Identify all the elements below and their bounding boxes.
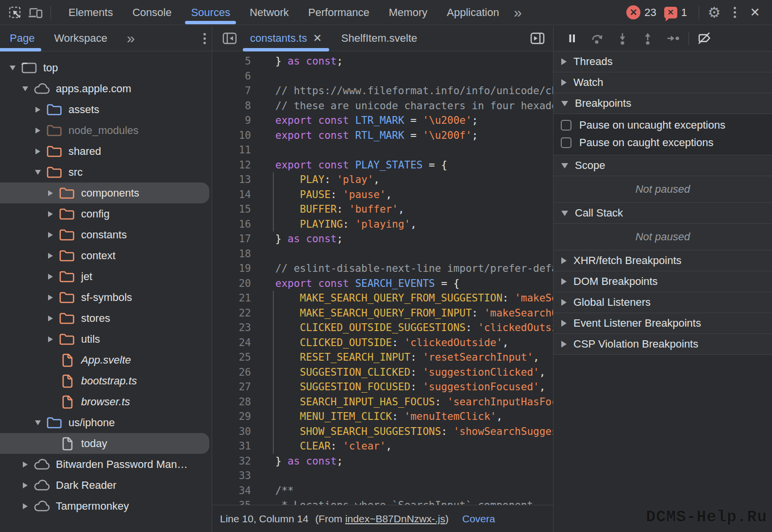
coverage-link[interactable]: Covera (462, 513, 495, 525)
navigator-tab-workspace[interactable]: Workspace (54, 26, 107, 51)
tree-item-utils[interactable]: utils (0, 329, 212, 349)
line-number[interactable]: 26 (212, 365, 251, 380)
line-number[interactable]: 9 (212, 113, 251, 128)
line-number[interactable]: 10 (212, 128, 251, 143)
section-watch[interactable]: Watch (554, 72, 772, 93)
line-number[interactable]: 12 (212, 158, 251, 173)
tree-item-us-iphone[interactable]: us/iphone (0, 412, 212, 433)
line-number[interactable]: 8 (212, 99, 251, 114)
section-event-listener-breakpoints[interactable]: Event Listener Breakpoints (554, 313, 772, 334)
line-number[interactable]: 25 (212, 350, 251, 365)
line-number[interactable]: 21 (212, 291, 251, 306)
line-number[interactable]: 7 (212, 83, 251, 99)
close-tab-icon[interactable]: ✕ (313, 32, 321, 45)
file-tab-shelfitem-svelte[interactable]: ShelfItem.svelte (332, 26, 427, 51)
line-number[interactable]: 29 (212, 409, 251, 424)
step-over-button[interactable] (585, 26, 610, 51)
line-number[interactable]: 27 (212, 380, 251, 395)
line-number[interactable]: 6 (212, 69, 251, 84)
console-errors-badge[interactable]: ✕ 23 ✕ 1 (626, 5, 691, 19)
tree-item-tampermonkey[interactable]: Tampermonkey (0, 496, 212, 516)
section-call-stack[interactable]: Call Stack (554, 203, 772, 224)
section-breakpoints[interactable]: Breakpoints (554, 93, 772, 114)
pause-script-button[interactable] (559, 26, 585, 51)
tree-item-apps-apple-com[interactable]: apps.apple.com (0, 78, 212, 99)
tree-item-node-modules[interactable]: node_modules (0, 120, 212, 141)
line-number[interactable]: 23 (212, 320, 251, 335)
tree-item-components[interactable]: components (0, 183, 209, 203)
more-navigator-tabs-button[interactable]: » (127, 26, 135, 51)
option-pause-on-uncaught-exceptions[interactable]: Pause on uncaught exceptions (554, 116, 772, 134)
close-devtools-button[interactable]: ✕ (745, 0, 765, 25)
line-number[interactable]: 19 (212, 261, 251, 276)
tree-item-bootstrap-ts[interactable]: bootstrap.ts (0, 370, 212, 391)
line-number[interactable]: 5 (212, 54, 251, 69)
panel-tab-application[interactable]: Application (437, 0, 509, 25)
tree-item-shared[interactable]: shared (0, 141, 212, 162)
hide-navigator-button[interactable] (219, 26, 240, 51)
section-csp-violation-breakpoints[interactable]: CSP Violation Breakpoints (554, 334, 772, 355)
section-scope[interactable]: Scope (554, 155, 772, 176)
folder-icon (46, 145, 63, 158)
panel-tab-sources[interactable]: Sources (181, 0, 240, 25)
device-toolbar-button[interactable] (25, 0, 46, 25)
source-file-link[interactable]: index~B87DnNzwx-.js (345, 513, 445, 524)
tree-item-assets[interactable]: assets (0, 99, 212, 120)
tree-item-browser-ts[interactable]: browser.ts (0, 391, 212, 412)
panel-tab-elements[interactable]: Elements (59, 0, 123, 25)
tree-item-context[interactable]: context (0, 245, 212, 266)
line-number[interactable]: 30 (212, 424, 251, 439)
tree-item-bitwarden-password-man[interactable]: Bitwarden Password Man… (0, 454, 212, 475)
tree-item-constants[interactable]: constants (0, 224, 212, 245)
section-global-listeners[interactable]: Global Listeners (554, 292, 772, 313)
line-number[interactable]: 28 (212, 395, 251, 410)
tree-item-dark-reader[interactable]: Dark Reader (0, 475, 212, 496)
panel-tab-memory[interactable]: Memory (379, 0, 437, 25)
code-editor[interactable]: 5} as const;67// https://www.fileformat.… (212, 51, 553, 505)
tree-item-src[interactable]: src (0, 162, 212, 183)
panel-tab-console[interactable]: Console (123, 0, 182, 25)
line-number[interactable]: 22 (212, 306, 251, 321)
line-number[interactable]: 35 (212, 498, 251, 505)
step-out-button[interactable] (635, 26, 660, 51)
navigator-menu-button[interactable] (203, 33, 206, 44)
line-number[interactable]: 14 (212, 187, 251, 202)
option-pause-on-caught-exceptions[interactable]: Pause on caught exceptions (554, 134, 772, 151)
inspect-element-button[interactable] (5, 0, 25, 25)
line-number[interactable]: 20 (212, 276, 251, 291)
line-number[interactable]: 33 (212, 468, 251, 483)
panel-tab-performance[interactable]: Performance (299, 0, 379, 25)
step-into-button[interactable] (610, 26, 635, 51)
deactivate-breakpoints-button[interactable] (692, 26, 717, 51)
step-button[interactable] (660, 26, 686, 51)
line-number[interactable]: 31 (212, 439, 251, 454)
checkbox-icon[interactable] (561, 137, 571, 148)
line-number[interactable]: 16 (212, 217, 251, 232)
tree-item-config[interactable]: config (0, 203, 212, 224)
line-number[interactable]: 13 (212, 172, 251, 187)
panel-tab-network[interactable]: Network (240, 0, 299, 25)
checkbox-icon[interactable] (561, 120, 571, 131)
file-tab-constants-ts[interactable]: constants.ts✕ (240, 26, 332, 51)
tree-item-app-svelte[interactable]: App.svelte (0, 349, 212, 370)
line-number[interactable]: 15 (212, 202, 251, 217)
show-debugger-sidebar-button[interactable] (527, 26, 548, 51)
navigator-tab-page[interactable]: Page (10, 26, 34, 51)
section-threads[interactable]: Threads (554, 51, 772, 72)
line-number[interactable]: 34 (212, 483, 251, 499)
line-number[interactable]: 11 (212, 143, 251, 158)
more-options-button[interactable] (724, 0, 745, 25)
more-panels-button[interactable]: » (509, 0, 527, 25)
tree-item-jet[interactable]: jet (0, 266, 212, 287)
section-dom-breakpoints[interactable]: DOM Breakpoints (554, 271, 772, 292)
tree-item-sf-symbols[interactable]: sf-symbols (0, 287, 212, 308)
line-number[interactable]: 17 (212, 232, 251, 247)
settings-button[interactable]: ⚙ (704, 0, 724, 25)
line-number[interactable]: 24 (212, 335, 251, 350)
tree-item-today[interactable]: today (0, 433, 209, 454)
line-number[interactable]: 32 (212, 454, 251, 469)
tree-item-top[interactable]: top (0, 57, 212, 78)
tree-item-stores[interactable]: stores (0, 308, 212, 329)
section-xhr-fetch-breakpoints[interactable]: XHR/fetch Breakpoints (554, 250, 772, 271)
line-number[interactable]: 18 (212, 247, 251, 262)
